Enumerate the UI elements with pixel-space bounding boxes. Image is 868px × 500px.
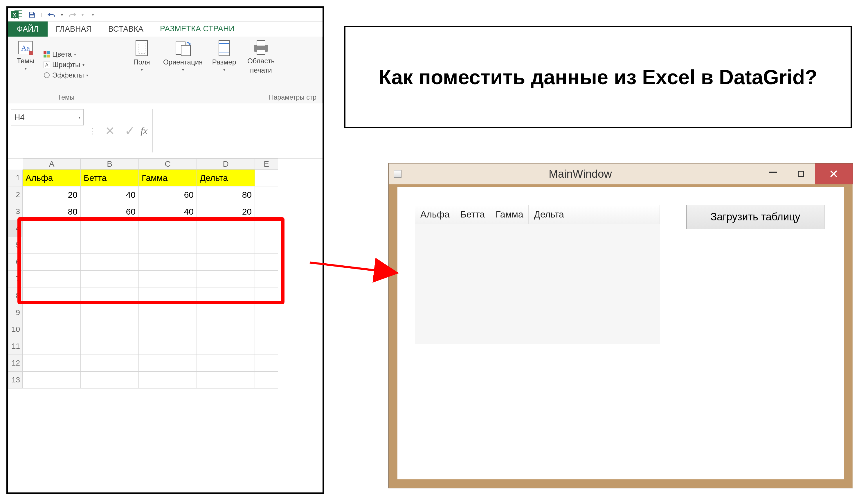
colors-button[interactable]: Цвета ▾ bbox=[44, 50, 88, 58]
cell[interactable] bbox=[197, 338, 255, 355]
cell[interactable]: 20 bbox=[197, 203, 255, 220]
row-header[interactable]: 2 bbox=[8, 186, 23, 203]
cell[interactable] bbox=[23, 287, 81, 304]
cell[interactable] bbox=[197, 287, 255, 304]
fx-icon[interactable]: fx bbox=[138, 103, 151, 158]
cell[interactable]: Дельта bbox=[197, 170, 255, 186]
maximize-button[interactable] bbox=[787, 163, 815, 184]
cell[interactable] bbox=[197, 355, 255, 372]
row-header[interactable]: 4 bbox=[8, 220, 23, 237]
datagrid-column-header[interactable]: Дельта bbox=[529, 205, 660, 224]
cell[interactable]: 20 bbox=[23, 186, 81, 203]
cell[interactable] bbox=[139, 321, 197, 338]
cell[interactable] bbox=[197, 271, 255, 287]
row-header[interactable]: 10 bbox=[8, 321, 23, 338]
undo-dropdown-icon[interactable]: ▾ bbox=[61, 12, 63, 17]
cell[interactable] bbox=[255, 237, 278, 254]
datagrid-column-header[interactable]: Гамма bbox=[490, 205, 529, 224]
datagrid[interactable]: Альфа Бетта Гамма Дельта bbox=[415, 205, 660, 344]
cell[interactable]: Бетта bbox=[81, 170, 139, 186]
row-header[interactable]: 1 bbox=[8, 170, 23, 186]
margins-button[interactable]: Поля ▾ bbox=[127, 38, 156, 92]
close-button[interactable]: ✕ bbox=[815, 163, 853, 184]
cell[interactable] bbox=[139, 287, 197, 304]
enter-formula-icon[interactable]: ✓ bbox=[124, 123, 136, 139]
effects-button[interactable]: Эффекты ▾ bbox=[44, 71, 88, 79]
cell[interactable] bbox=[81, 287, 139, 304]
redo-icon[interactable] bbox=[68, 11, 76, 19]
cell[interactable] bbox=[197, 254, 255, 271]
cell[interactable]: 80 bbox=[197, 186, 255, 203]
cell[interactable] bbox=[23, 321, 81, 338]
cell[interactable]: 80 bbox=[23, 203, 81, 220]
size-button[interactable]: Размер ▾ bbox=[209, 38, 239, 92]
cell[interactable] bbox=[255, 220, 278, 237]
cell[interactable] bbox=[23, 254, 81, 271]
tab-page-layout[interactable]: РАЗМЕТКА СТРАНИ bbox=[152, 22, 243, 37]
cell[interactable] bbox=[81, 304, 139, 321]
cell[interactable] bbox=[81, 372, 139, 388]
cell[interactable] bbox=[81, 338, 139, 355]
cell[interactable] bbox=[81, 271, 139, 287]
row-header[interactable]: 3 bbox=[8, 203, 23, 220]
cell[interactable]: Гамма bbox=[139, 170, 197, 186]
load-table-button[interactable]: Загрузить таблицу bbox=[686, 205, 824, 229]
cell[interactable] bbox=[255, 338, 278, 355]
cancel-formula-icon[interactable]: ✕ bbox=[104, 123, 116, 139]
cell[interactable] bbox=[139, 220, 197, 237]
name-box[interactable]: H4 ▾ bbox=[11, 109, 83, 125]
col-header[interactable]: C bbox=[139, 159, 197, 170]
cell[interactable] bbox=[23, 237, 81, 254]
redo-dropdown-icon[interactable]: ▾ bbox=[82, 12, 83, 17]
cell[interactable] bbox=[139, 338, 197, 355]
cell[interactable] bbox=[255, 203, 278, 220]
cell[interactable] bbox=[23, 372, 81, 388]
row-header[interactable]: 11 bbox=[8, 338, 23, 355]
cell[interactable] bbox=[139, 271, 197, 287]
cell[interactable] bbox=[255, 170, 278, 186]
row-header[interactable]: 13 bbox=[8, 372, 23, 388]
row-header[interactable]: 12 bbox=[8, 355, 23, 372]
row-header[interactable]: 8 bbox=[8, 287, 23, 304]
cell[interactable] bbox=[23, 271, 81, 287]
cell[interactable] bbox=[197, 304, 255, 321]
fonts-button[interactable]: A Шрифты ▾ bbox=[44, 61, 88, 69]
cell[interactable] bbox=[81, 321, 139, 338]
save-icon[interactable] bbox=[28, 11, 36, 19]
formula-input[interactable] bbox=[152, 109, 322, 152]
cell[interactable] bbox=[81, 237, 139, 254]
row-header[interactable]: 5 bbox=[8, 237, 23, 254]
row-header[interactable]: 9 bbox=[8, 304, 23, 321]
cell[interactable] bbox=[23, 355, 81, 372]
cell[interactable] bbox=[139, 237, 197, 254]
cell[interactable] bbox=[197, 321, 255, 338]
tab-home[interactable]: ГЛАВНАЯ bbox=[48, 22, 100, 37]
cell[interactable] bbox=[255, 304, 278, 321]
col-header[interactable]: B bbox=[81, 159, 139, 170]
cell[interactable] bbox=[197, 237, 255, 254]
cell[interactable] bbox=[81, 220, 139, 237]
cell[interactable] bbox=[255, 372, 278, 388]
cell[interactable] bbox=[23, 220, 81, 237]
cell[interactable] bbox=[197, 220, 255, 237]
cell[interactable]: Альфа bbox=[23, 170, 81, 186]
cell[interactable] bbox=[139, 304, 197, 321]
cell[interactable] bbox=[81, 355, 139, 372]
row-header[interactable]: 6 bbox=[8, 254, 23, 271]
cell[interactable]: 60 bbox=[81, 203, 139, 220]
cell[interactable]: 60 bbox=[139, 186, 197, 203]
cell[interactable] bbox=[255, 321, 278, 338]
col-header[interactable]: D bbox=[197, 159, 255, 170]
cell[interactable] bbox=[255, 254, 278, 271]
cell[interactable] bbox=[139, 355, 197, 372]
customize-qat-icon[interactable]: ▾ bbox=[89, 11, 97, 19]
cell[interactable]: 40 bbox=[81, 186, 139, 203]
cell[interactable] bbox=[255, 355, 278, 372]
datagrid-column-header[interactable]: Альфа bbox=[415, 205, 455, 224]
col-header[interactable]: E bbox=[255, 159, 278, 170]
themes-button[interactable]: Aa Темы ▾ bbox=[11, 38, 40, 92]
col-header[interactable]: A bbox=[23, 159, 81, 170]
datagrid-column-header[interactable]: Бетта bbox=[455, 205, 490, 224]
tab-insert[interactable]: ВСТАВКА bbox=[100, 22, 152, 37]
wpf-titlebar[interactable]: MainWindow ✕ bbox=[389, 163, 853, 184]
